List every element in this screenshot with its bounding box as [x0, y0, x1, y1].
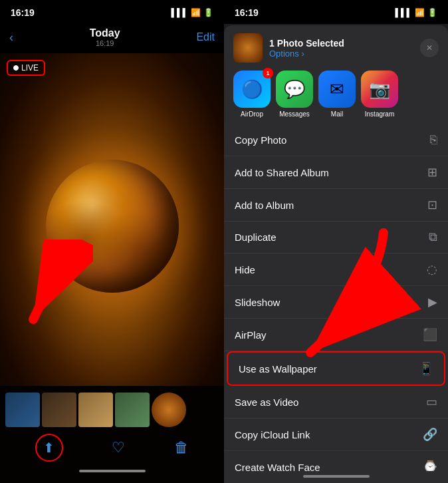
- right-status-icons: ▌▌▌ 📶 🔋: [395, 8, 437, 17]
- wallpaper-icon: 📱: [419, 361, 433, 376]
- share-header: 1 Photo Selected Options › ✕: [224, 25, 448, 68]
- share-icon: ⬆: [43, 440, 55, 456]
- action-copy-icloud[interactable]: Copy iCloud Link 🔗: [224, 418, 448, 451]
- action-save-as-video[interactable]: Save as Video ▭: [224, 386, 448, 418]
- add-shared-album-icon: ⊞: [427, 165, 437, 180]
- app-icon-airdrop[interactable]: 🔵 1 AirDrop: [233, 71, 271, 118]
- airplay-icon: ⬛: [423, 327, 437, 342]
- left-status-bar: 16:19 ▌▌▌ 📶 🔋: [0, 0, 224, 24]
- share-button[interactable]: ⬆: [35, 434, 63, 462]
- action-hide[interactable]: Hide ◌: [224, 253, 448, 286]
- right-home-indicator: [303, 475, 370, 478]
- action-slideshow-label: Slideshow: [235, 297, 280, 308]
- share-options-link[interactable]: Options ›: [269, 49, 413, 59]
- action-duplicate-label: Duplicate: [235, 232, 277, 243]
- trash-icon[interactable]: 🗑: [174, 439, 189, 456]
- action-copy-photo[interactable]: Copy Photo ⎘: [224, 124, 448, 156]
- action-add-shared-album[interactable]: Add to Shared Album ⊞: [224, 156, 448, 189]
- app-icon-instagram[interactable]: 📷 Instagram: [361, 71, 398, 118]
- action-copy-photo-label: Copy Photo: [235, 134, 286, 146]
- app-icon-messages[interactable]: 💬 Messages: [276, 71, 313, 118]
- wifi-icon: 📶: [191, 8, 201, 17]
- airdrop-icon-box: 🔵 1: [233, 71, 271, 108]
- action-copy-icloud-label: Copy iCloud Link: [235, 429, 310, 440]
- action-airplay[interactable]: AirPlay ⬛: [224, 319, 448, 351]
- save-video-icon: ▭: [426, 395, 437, 409]
- thumbnail-strip: [0, 390, 224, 430]
- action-create-watch-face[interactable]: Create Watch Face ⌚: [224, 451, 448, 471]
- right-battery-icon: 🔋: [427, 8, 437, 17]
- app-icon-mail[interactable]: ✉ Mail: [318, 71, 356, 118]
- left-panel: 16:19 ▌▌▌ 📶 🔋 ‹ Today 16:19 Edit LIVE: [0, 0, 224, 483]
- action-duplicate[interactable]: Duplicate ⧉: [224, 222, 448, 253]
- left-status-icons: ▌▌▌ 📶 🔋: [171, 8, 213, 17]
- edit-button[interactable]: Edit: [196, 31, 215, 43]
- right-panel-wrapper: 16:19 ▌▌▌ 📶 🔋 1 Photo Selected Options ›…: [224, 0, 448, 483]
- right-signal-icon: ▌▌▌: [395, 8, 412, 17]
- watch-face-icon: ⌚: [423, 460, 437, 471]
- nav-title: Today 16:19: [90, 27, 120, 48]
- mail-symbol: ✉: [330, 79, 344, 100]
- instagram-icon-box: 📷: [361, 71, 398, 108]
- action-hide-label: Hide: [235, 264, 255, 275]
- instagram-symbol: 📷: [369, 79, 390, 100]
- live-label: LIVE: [21, 63, 39, 73]
- app-icons-row: 🔵 1 AirDrop 💬 Messages ✉ Mail: [224, 68, 448, 124]
- close-icon: ✕: [426, 43, 433, 53]
- live-badge: LIVE: [7, 60, 45, 76]
- airdrop-symbol: 🔵: [241, 79, 263, 100]
- actions-list: Copy Photo ⎘ Add to Shared Album ⊞ Add t…: [224, 124, 448, 471]
- add-album-icon: ⊡: [427, 198, 437, 212]
- slideshow-icon: ▶: [428, 295, 437, 309]
- action-add-album[interactable]: Add to Album ⊡: [224, 189, 448, 222]
- mail-icon-box: ✉: [318, 71, 356, 108]
- instagram-label: Instagram: [365, 110, 394, 118]
- thumbnail-item-circle[interactable]: [152, 393, 186, 427]
- planet-surface: [46, 160, 179, 293]
- right-time: 16:19: [235, 7, 259, 18]
- right-panel: 16:19 ▌▌▌ 📶 🔋 1 Photo Selected Options ›…: [224, 0, 448, 483]
- back-button[interactable]: ‹: [9, 31, 13, 45]
- hide-icon: ◌: [427, 262, 437, 277]
- thumbnail-item[interactable]: [42, 393, 76, 427]
- action-use-as-wallpaper[interactable]: Use as Wallpaper 📱: [227, 351, 445, 386]
- duplicate-icon: ⧉: [429, 230, 437, 244]
- airdrop-badge: 1: [263, 68, 273, 79]
- right-status-bar: 16:19 ▌▌▌ 📶 🔋: [224, 0, 448, 24]
- share-sheet: 1 Photo Selected Options › ✕ 🔵 1 AirDrop: [224, 25, 448, 483]
- nav-title-sub: 16:19: [96, 39, 114, 48]
- heart-icon[interactable]: ♡: [112, 439, 125, 456]
- action-use-as-wallpaper-label: Use as Wallpaper: [239, 363, 317, 375]
- share-close-button[interactable]: ✕: [420, 39, 439, 57]
- home-indicator: [79, 470, 146, 472]
- signal-icon: ▌▌▌: [171, 8, 188, 17]
- action-airplay-label: AirPlay: [235, 329, 267, 341]
- share-photo-thumbnail: [233, 33, 263, 63]
- mail-label: Mail: [331, 110, 343, 118]
- messages-label: Messages: [279, 110, 310, 118]
- planet-image: [46, 160, 179, 293]
- thumbnail-item[interactable]: [78, 393, 113, 427]
- action-slideshow[interactable]: Slideshow ▶: [224, 286, 448, 319]
- action-create-watch-face-label: Create Watch Face: [235, 462, 320, 472]
- action-save-as-video-label: Save as Video: [235, 397, 298, 408]
- messages-symbol: 💬: [284, 79, 305, 100]
- airdrop-label: AirDrop: [241, 110, 263, 118]
- photo-area: LIVE: [0, 53, 224, 386]
- share-selected-label: 1 Photo Selected: [269, 38, 413, 49]
- action-add-album-label: Add to Album: [235, 200, 294, 211]
- right-wifi-icon: 📶: [415, 8, 425, 17]
- share-header-text: 1 Photo Selected Options ›: [269, 38, 413, 59]
- left-nav-bar: ‹ Today 16:19 Edit: [0, 24, 224, 53]
- left-action-bar: ⬆ ♡ 🗑: [0, 430, 224, 467]
- left-time: 16:19: [11, 7, 35, 18]
- thumbnail-item[interactable]: [5, 393, 40, 427]
- thumbnail-item[interactable]: [115, 393, 150, 427]
- messages-icon-box: 💬: [276, 71, 313, 108]
- copy-icloud-icon: 🔗: [423, 427, 437, 442]
- action-add-shared-album-label: Add to Shared Album: [235, 167, 329, 178]
- left-bottom-bar: ⬆ ♡ 🗑: [0, 386, 224, 483]
- battery-icon: 🔋: [203, 8, 213, 17]
- nav-title-main: Today: [90, 27, 120, 39]
- live-dot: [13, 65, 19, 71]
